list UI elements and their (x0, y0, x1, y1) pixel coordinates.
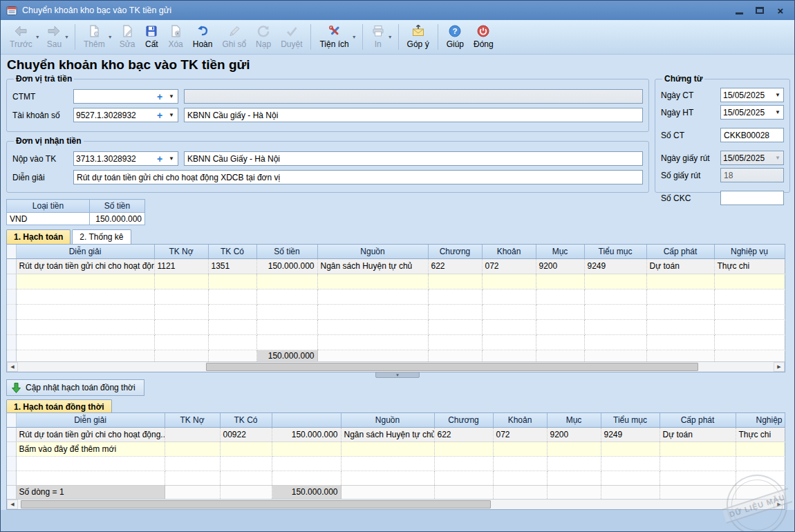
doc-number-input[interactable] (720, 128, 784, 142)
toolbar-help-button[interactable]: ? Giúp (442, 21, 469, 53)
add-item-icon[interactable]: + (154, 111, 165, 120)
currency-value[interactable]: VND (7, 213, 90, 225)
grid2-header-dien-giai[interactable]: Diễn giải (16, 413, 165, 427)
scroll-left-icon[interactable]: ◀ (7, 500, 18, 509)
grid1-header-nguon[interactable]: Nguồn (317, 245, 428, 258)
grid2-add-row[interactable]: Bấm vào đây để thêm mới (7, 441, 785, 456)
grid2-horizontal-scrollbar[interactable]: ◀ ▶ (7, 499, 785, 509)
help-icon: ? (448, 23, 462, 39)
update-simultaneous-button[interactable]: Cập nhật hạch toán đồng thời (6, 379, 144, 396)
chevron-down-icon[interactable]: ▼ (772, 93, 783, 98)
memo-input[interactable] (73, 170, 643, 184)
grid1-header-tieu-muc[interactable]: Tiểu mục (584, 245, 646, 258)
grid2-data-row[interactable]: Rút dự toán tiền gửi chi cho hoạt động..… (7, 427, 785, 441)
scrollbar-thumb[interactable] (21, 500, 491, 509)
grid1-data-row[interactable]: Rút dự toán tiền gửi chi cho hoạt động..… (7, 258, 785, 274)
chevron-down-icon[interactable]: ▼ (772, 110, 783, 115)
app-icon (6, 5, 17, 16)
maximize-button[interactable] (754, 5, 765, 16)
power-icon (476, 23, 490, 39)
chevron-down-icon: ▼ (772, 155, 783, 161)
tab-thong-ke[interactable]: 2. Thống kê (72, 229, 131, 244)
grid2-header-so-tien[interactable] (272, 413, 341, 427)
grid1-header-khoan[interactable]: Khoản (482, 245, 536, 258)
account-number-label: Tài khoản số (12, 111, 73, 120)
grid2-header-khoan[interactable]: Khoản (493, 413, 547, 427)
grid1-total-row: 150.000.000 (7, 350, 785, 361)
minimize-button[interactable] (733, 5, 745, 16)
next-dropdown-icon: ▼ (64, 35, 71, 39)
green-down-arrow-icon (11, 382, 21, 394)
grid1-header-chuong[interactable]: Chương (428, 245, 482, 258)
grid1-header-muc[interactable]: Mục (536, 245, 584, 258)
tab-hach-toan-dong-thoi[interactable]: 1. Hạch toán đồng thời (6, 399, 112, 414)
currency-table: Loại tiền Số tiền VND 150.000.000 (6, 199, 145, 225)
grid2-header-tk-co[interactable]: TK Có (220, 413, 272, 427)
account-input[interactable] (74, 111, 154, 120)
printer-icon (371, 23, 385, 39)
close-button[interactable]: × (775, 5, 786, 16)
grid1-header-dien-giai[interactable]: Diễn giải (16, 245, 154, 258)
grid2-header-tk-no[interactable]: TK Nợ (165, 413, 220, 427)
doc-date-picker[interactable]: 15/05/2025 ▼ (720, 88, 784, 102)
currency-row: VND 150.000.000 (7, 213, 145, 225)
toolbar-close-button[interactable]: Đóng (469, 21, 498, 53)
toolbar: Trước ▼ Sau ▼ Thêm ▼ Sửa Cất Xóa Hoàn (1, 20, 794, 55)
withdrawal-number-field (720, 168, 784, 182)
checkmark-icon (285, 23, 299, 39)
add-item-icon[interactable]: + (154, 154, 165, 164)
toolbar-save-button[interactable]: Cất (140, 21, 163, 53)
toolbar-delete-button: Xóa (163, 21, 187, 53)
toolbar-utilities-button[interactable]: Tiện ích (315, 21, 353, 53)
scroll-right-icon[interactable]: ▶ (774, 500, 785, 509)
ckc-number-input[interactable] (720, 191, 784, 205)
ctmt-label: CTMT (12, 92, 73, 102)
amount-value[interactable]: 150.000.000 (90, 213, 145, 225)
grid2-row-count: Số dòng = 1 (16, 485, 165, 499)
grid2-header-chuong[interactable]: Chương (434, 413, 493, 427)
grid1-header-nghiep-vu[interactable]: Nghiệp vụ (714, 245, 785, 258)
add-new-row-hint[interactable]: Bấm vào đây để thêm mới (16, 441, 165, 456)
toolbar-separator (438, 24, 438, 50)
floppy-disk-icon (144, 23, 158, 39)
grid2-header-tieu-muc[interactable]: Tiểu mục (601, 413, 660, 427)
grid1-header-so-tien[interactable]: Số tiền (256, 245, 317, 258)
utilities-dropdown-icon[interactable]: ▼ (352, 35, 359, 39)
window-title: Chuyển khoản kho bạc vào TK tiền gửi (22, 6, 171, 15)
toolbar-feedback-button[interactable]: Góp ý (402, 21, 434, 53)
document-group-legend: Chứng từ (662, 74, 704, 84)
scrollbar-thumb[interactable] (206, 363, 698, 371)
grid2-header-nghiep-vu[interactable]: Nghiệp (736, 413, 785, 427)
grid2-empty-row (7, 471, 785, 485)
add-item-icon[interactable]: + (154, 92, 165, 102)
grid1-header-tk-co[interactable]: TK Có (208, 245, 256, 258)
tab-hach-toan[interactable]: 1. Hạch toán (6, 229, 71, 244)
chevron-down-icon[interactable]: ▼ (165, 113, 178, 118)
grid2-header-nguon[interactable]: Nguồn (341, 413, 434, 427)
grid2-empty-row (7, 456, 785, 471)
deposit-account-input[interactable] (74, 154, 154, 164)
edit-page-icon (120, 23, 134, 39)
chevron-down-icon[interactable]: ▼ (165, 94, 178, 99)
withdrawal-number-label: Số giấy rút (661, 171, 720, 180)
withdrawal-date-picker: 15/05/2025 ▼ (720, 151, 784, 165)
account-combobox[interactable]: + ▼ (73, 108, 178, 122)
ctmt-input[interactable] (74, 92, 154, 102)
grid1-header-cap-phat[interactable]: Cấp phát (646, 245, 714, 258)
tools-icon (328, 23, 342, 39)
grid2-header-cap-phat[interactable]: Cấp phát (660, 413, 736, 427)
ctmt-combobox[interactable]: + ▼ (73, 89, 178, 104)
chevron-down-icon[interactable]: ▼ (165, 156, 178, 162)
grid1-header-tk-no[interactable]: TK Nợ (154, 245, 208, 258)
toolbar-add-button: Thêm (79, 21, 110, 53)
deposit-account-combobox[interactable]: + ▼ (73, 151, 178, 166)
toolbar-undo-button[interactable]: Hoàn (188, 21, 218, 53)
grid2-header-muc[interactable]: Mục (547, 413, 601, 427)
splitter-handle[interactable]: ▼ (375, 372, 420, 378)
scroll-left-icon[interactable]: ◀ (7, 362, 18, 372)
account-description-field (184, 108, 643, 122)
scroll-right-icon[interactable]: ▶ (774, 362, 785, 372)
grid1-add-row[interactable] (7, 274, 785, 289)
grid1-horizontal-scrollbar[interactable]: ◀ ▶ (7, 361, 785, 372)
posting-date-picker[interactable]: 15/05/2025 ▼ (720, 105, 784, 120)
